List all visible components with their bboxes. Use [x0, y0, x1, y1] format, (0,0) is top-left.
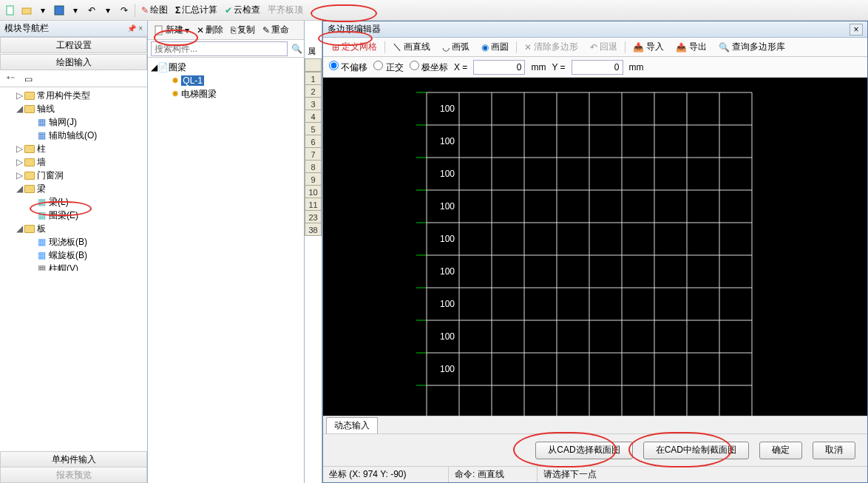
- collapse-icon[interactable]: ▭: [21, 72, 35, 87]
- status-coord: 坐标 (X: 974 Y: -90): [323, 467, 449, 482]
- tree-toolbar: ⁺⁻ ▭: [0, 71, 147, 87]
- component-toolbar: 新建 ▾ ✕删除 ⎘复制 ✎重命: [148, 21, 304, 40]
- project-settings-button[interactable]: 工程设置: [0, 37, 147, 53]
- draw-line-button[interactable]: ＼ 画直线: [388, 40, 435, 54]
- cad-draw-button[interactable]: 在CAD中绘制截面图: [643, 442, 749, 459]
- rename-button[interactable]: ✎重命: [260, 23, 292, 37]
- draw-button[interactable]: ✎绘图: [138, 4, 171, 16]
- cloud-check-button[interactable]: ✔云检查: [222, 4, 263, 16]
- single-input-button[interactable]: 单构件输入: [0, 451, 147, 467]
- delete-button[interactable]: ✕删除: [194, 23, 226, 37]
- dialog-titlebar: 多边形编辑器 ×: [323, 21, 867, 38]
- dropdown-icon[interactable]: ▾: [68, 3, 83, 18]
- copy-button[interactable]: ⎘复制: [228, 23, 258, 37]
- ok-button[interactable]: 确定: [759, 442, 802, 459]
- grid-svg: 1001001001001001001001001001001001001001…: [323, 78, 867, 416]
- dialog-toolbar: ⊞ 定义网格 ＼ 画直线 ◡ 画弧 ◉ 画圆 ✕ 清除多边形 ↶ 回退 📥 导入…: [323, 38, 867, 57]
- new-file-icon[interactable]: [3, 3, 18, 18]
- export-button[interactable]: 📤 导出: [671, 40, 711, 54]
- nav-header: 模块导航栏 📌 ×: [0, 21, 147, 37]
- nav-title: 模块导航栏: [4, 22, 49, 35]
- x-input[interactable]: [473, 60, 525, 75]
- drawing-canvas[interactable]: 1001001001001001001001001001001001001001…: [323, 78, 867, 416]
- polar-radio[interactable]: 极坐标: [410, 61, 448, 74]
- sum-button[interactable]: Σ 汇总计算: [172, 4, 220, 16]
- dynamic-input-tab[interactable]: 动态输入: [326, 417, 378, 433]
- dialog-buttons: 从CAD选择截面图 在CAD中绘制截面图 确定 取消: [323, 433, 867, 466]
- svg-text:100: 100: [440, 136, 455, 146]
- app-toolbar: ▾ ▾ ↶ ▾ ↷ ✎绘图 Σ 汇总计算 ✔云检查 平齐板顶: [0, 0, 868, 21]
- draw-arc-button[interactable]: ◡ 画弧: [438, 40, 474, 54]
- status-hint: 请选择下一点: [538, 467, 867, 482]
- tree-item[interactable]: ▦螺旋板(B): [0, 249, 147, 262]
- svg-text:100: 100: [440, 201, 455, 212]
- cad-select-button[interactable]: 从CAD选择截面图: [535, 442, 632, 459]
- tree-item[interactable]: ◢板: [0, 222, 147, 235]
- dropdown-icon[interactable]: ▾: [35, 3, 50, 18]
- y-label: Y =: [552, 62, 565, 72]
- tree-item[interactable]: ▷常用构件类型: [0, 89, 147, 102]
- svg-text:100: 100: [440, 266, 455, 277]
- query-button[interactable]: 🔍 查询多边形库: [714, 40, 790, 54]
- dropdown-icon[interactable]: ▾: [101, 3, 115, 18]
- tree-item[interactable]: ▷门窗洞: [0, 169, 147, 182]
- y-input[interactable]: [572, 60, 623, 75]
- expand-icon[interactable]: ⁺⁻: [3, 72, 18, 87]
- tree-root[interactable]: ◢📄圈梁: [151, 61, 301, 74]
- separator: [135, 4, 135, 17]
- draw-input-button[interactable]: 绘图输入: [0, 54, 147, 70]
- search-icon[interactable]: 🔍: [289, 41, 304, 56]
- svg-rect-2: [55, 6, 64, 15]
- component-panel: 新建 ▾ ✕删除 ⎘复制 ✎重命 🔍 ◢📄圈梁 ✹ QL-1 ✹ 电梯圈梁: [148, 21, 305, 483]
- dialog-title: 多边形编辑器: [328, 23, 381, 36]
- redo-icon[interactable]: ↷: [117, 3, 132, 18]
- dynamic-input-bar: 动态输入: [323, 416, 867, 433]
- tree-item[interactable]: ▦轴网(J): [0, 115, 147, 129]
- clear-button[interactable]: ✕ 清除多边形: [520, 40, 583, 54]
- tree-item[interactable]: ✹ 电梯圈梁: [151, 87, 301, 101]
- svg-rect-0: [7, 6, 13, 15]
- import-button[interactable]: 📥 导入: [628, 40, 668, 54]
- x-label: X =: [454, 62, 467, 72]
- svg-rect-3: [155, 26, 162, 35]
- svg-text:100: 100: [440, 234, 455, 244]
- no-offset-radio[interactable]: 不偏移: [329, 61, 367, 74]
- undo-icon[interactable]: ↶: [84, 3, 99, 18]
- polygon-editor-dialog: 多边形编辑器 × ⊞ 定义网格 ＼ 画直线 ◡ 画弧 ◉ 画圆 ✕ 清除多边形 …: [322, 21, 868, 483]
- svg-text:100: 100: [440, 104, 455, 114]
- draw-circle-button[interactable]: ◉ 画圆: [477, 40, 513, 54]
- svg-text:100: 100: [440, 331, 455, 342]
- close-icon[interactable]: ×: [850, 24, 863, 36]
- tree-item[interactable]: ✹ QL-1: [151, 74, 301, 87]
- report-preview-button[interactable]: 报表预览: [0, 467, 147, 483]
- status-bar: 坐标 (X: 974 Y: -90) 命令: 画直线 请选择下一点: [323, 466, 867, 482]
- nav-tree[interactable]: ▷常用构件类型◢轴线▦轴网(J)▦辅助轴线(O)▷柱▷墙▷门窗洞◢梁▦梁(L)▦…: [0, 87, 147, 271]
- coord-bar: 不偏移 正交 极坐标 X = mm Y = mm: [323, 57, 867, 78]
- svg-text:100: 100: [440, 364, 455, 374]
- tree-item[interactable]: ▦现浇板(B): [0, 235, 147, 249]
- search-input[interactable]: [151, 41, 288, 56]
- save-icon[interactable]: [52, 3, 67, 18]
- open-icon[interactable]: [19, 3, 34, 18]
- tree-item[interactable]: ▷墙: [0, 155, 147, 169]
- ortho-radio[interactable]: 正交: [373, 61, 403, 74]
- component-tree[interactable]: ◢📄圈梁 ✹ QL-1 ✹ 电梯圈梁: [148, 58, 304, 483]
- define-grid-button[interactable]: ⊞ 定义网格: [328, 40, 382, 54]
- tree-item[interactable]: ▦圈梁(E): [0, 209, 147, 222]
- tree-item[interactable]: ▦梁(L): [0, 195, 147, 209]
- svg-text:100: 100: [440, 169, 455, 179]
- tree-item[interactable]: ▦柱帽(V): [0, 262, 147, 271]
- cancel-button[interactable]: 取消: [813, 442, 855, 459]
- property-row-numbers: 12345678910112338 属: [305, 21, 322, 483]
- tree-item[interactable]: ▦辅助轴线(O): [0, 129, 147, 142]
- tree-item[interactable]: ◢轴线: [0, 102, 147, 115]
- new-button[interactable]: 新建 ▾: [151, 23, 192, 37]
- pin-icon[interactable]: 📌 ×: [127, 24, 143, 33]
- tree-item[interactable]: ◢梁: [0, 182, 147, 195]
- tree-item[interactable]: ▷柱: [0, 142, 147, 155]
- unit-label: mm: [629, 62, 644, 72]
- prop-col-header: 属: [308, 46, 316, 57]
- level-board-button[interactable]: 平齐板顶: [265, 4, 306, 16]
- svg-rect-1: [22, 8, 31, 14]
- undo-button[interactable]: ↶ 回退: [586, 40, 622, 54]
